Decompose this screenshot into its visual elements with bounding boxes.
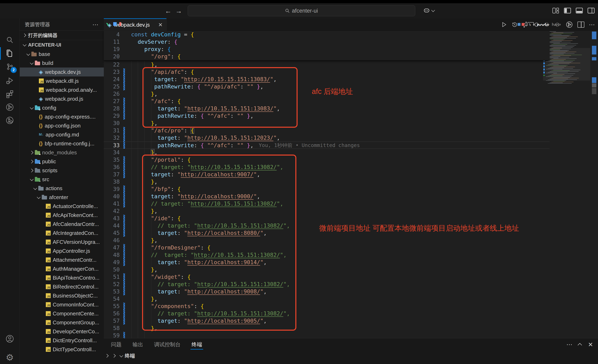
line-number: 44 [104,222,123,229]
tree-item-afcversionupgra-[interactable]: JSAFCVersionUpgra... [20,237,104,246]
line-number: 35 [104,156,123,163]
tree-item-componentcente-[interactable]: JSComponentCente... [20,309,104,318]
panel-tab-3[interactable]: 终端 [186,338,208,351]
minimap-change-marker [543,62,545,64]
tree-item-afcintegratedcon-[interactable]: JSAfcIntegratedCon... [20,229,104,237]
account-icon[interactable] [0,332,20,346]
tree-item-afcapitokencont-[interactable]: JSAfcApiTokenCont... [20,211,104,220]
project-root-section[interactable]: AFCENTER-UI [20,40,104,50]
remote-run-alt-icon[interactable] [0,114,20,127]
code-link[interactable]: http://10.15.15.151:12023/ [187,135,273,141]
remote-run-icon[interactable] [0,100,20,114]
panel-tab-2[interactable]: 调试控制台 [149,338,186,351]
minimap-line [548,38,576,38]
tree-item-scripts[interactable]: ▫scripts [20,166,104,175]
panel-more-icon[interactable]: ⋯ [566,342,573,347]
gutter-space [123,61,125,68]
tree-item-build[interactable]: build [20,59,104,67]
chevron-right-icon[interactable] [105,354,108,357]
js-file-icon: JS [46,329,51,334]
minimap-line [549,49,571,49]
search-icon[interactable] [0,33,20,47]
code-line-32[interactable]: 32 target: "http://10.15.15.151:12023/", [104,134,549,142]
sticky-line-11[interactable]: 11 devServer: { [104,38,549,46]
tree-item-authmanagercon-[interactable]: JSAuthManagerCon... [20,264,104,273]
panel-close-icon[interactable]: ✕ [588,341,593,348]
open-editors-section[interactable]: 打开的编辑器 [20,31,104,40]
tree-item-base[interactable]: base [20,50,104,59]
scrollbar-slider[interactable] [592,88,596,94]
tree-item-dicttypecontroll-[interactable]: JSDictTypeControll... [20,345,104,354]
extensions-icon[interactable] [0,87,20,101]
tree-item-app-config-md[interactable]: M↓app-config.md [20,130,104,139]
toggle-primary-sidebar-icon[interactable] [564,7,571,14]
tree-item-config[interactable]: ⚙config [20,103,104,112]
source-control-icon[interactable]: 2 [0,60,20,73]
tree-item-attachmentcontr-[interactable]: JSAttachmentContr... [20,255,104,264]
explorer-icon[interactable] [0,47,20,60]
js-file-icon: JS [46,258,51,262]
line-number: 42 [104,207,123,215]
customize-layout-icon[interactable] [552,7,559,14]
tree-item-actions[interactable]: actions [20,184,104,193]
tree-item-webpack-dll-js[interactable]: JSwebpack.dll.js [20,76,104,85]
sidebar-more-icon[interactable]: ⋯ [92,21,99,28]
tree-item-developcenterco-[interactable]: JSDevelopCenterCo... [20,327,104,336]
code-token: "^/afc" [207,142,230,148]
tree-item-actuatorcontrolle-[interactable]: JSActuatorControlle... [20,202,104,211]
tree-item-appcontroller-js[interactable]: JSAppController.js [20,246,104,255]
minimap-line [553,62,571,63]
js-file-icon: JS [46,293,51,298]
tree-item-afccalendarcontr-[interactable]: JSAfcCalendarContr... [20,220,104,229]
editor-scrollbar[interactable] [591,20,598,338]
js-file-icon: JS [46,284,51,289]
sticky-line-20[interactable]: 20 "/org": { [104,53,549,60]
tree-item-bfp-runtime-config-j-[interactable]: {}bfp-runtime-config.j... [20,139,104,148]
code-token [131,53,151,60]
minimap-line [546,65,568,66]
run-debug-icon[interactable] [0,74,20,88]
tree-item-afcenter[interactable]: afcenter [20,193,104,202]
sticky-line-4[interactable]: 4const devConfig = { [104,31,549,38]
tree-item-dictentrycontroll-[interactable]: JSDictEntryControll... [20,336,104,345]
js-file-icon: JS [39,88,44,92]
settings-gear-icon[interactable]: ⚙ [0,351,20,364]
panel-tab-1[interactable]: 输出 [127,338,149,351]
chevron-right-icon[interactable] [112,354,116,357]
code-line-33[interactable]: 33 pathRewrite: { "^/afc": "" },You, 1秒钟… [104,142,549,149]
tree-item-node-modules[interactable]: ●node_modules [20,148,104,157]
minimap-line [546,73,557,73]
nav-forward-icon[interactable]: → [175,7,183,15]
nav-back-icon[interactable]: ← [164,7,172,15]
command-center-search[interactable]: afcenter-ui [188,5,415,16]
code-line-59[interactable]: 59 [104,332,549,338]
toggle-secondary-sidebar-icon[interactable] [587,7,595,14]
line-number: 45 [104,229,123,237]
tree-item-componentgroup-[interactable]: JSComponentGroup... [20,318,104,327]
tree-item-biapitokencontro-[interactable]: JSBiApiTokenContro... [20,273,104,282]
minimap-line [549,82,563,83]
minimap-line [551,82,573,82]
webpack-file-icon: ◈ [39,70,43,74]
line-number: 30 [104,120,123,127]
copilot-menu[interactable] [423,7,434,14]
tree-item-public[interactable]: ●public [20,157,104,166]
tree-item-src[interactable]: ‹›src [20,175,104,184]
sticky-line-19[interactable]: 19 proxy: { [104,46,549,53]
panel-tab-0[interactable]: 问题 [105,338,127,351]
panel-maximize-icon[interactable] [578,343,582,347]
tree-item-webpack-dev-js[interactable]: ◈webpack.dev.js [20,67,104,76]
tree-item-businessobjectc-[interactable]: JSBusinessObjectC... [20,291,104,300]
terminal-section-toggle[interactable]: 终端 [120,352,135,359]
tree-item-biredirectcontrol-[interactable]: JSBiRedirectControl... [20,282,104,291]
tree-item-commoninfocont-[interactable]: JSCommonInfoCont... [20,300,104,309]
tree-item-app-config-json[interactable]: {}app-config.json [20,121,104,130]
toggle-panel-icon[interactable] [576,7,583,14]
tree-item-webpack-prod-analy-[interactable]: JSwebpack.prod.analy... [20,85,104,94]
tree-item-app-config-express-[interactable]: {}app-config-express.... [20,112,104,121]
minimap[interactable] [543,20,590,338]
tree-item-label: webpack.prod.js [45,96,83,102]
tree-item-webpack-prod-js[interactable]: ◈webpack.prod.js [20,94,104,103]
scrollbar-slider[interactable] [592,83,596,88]
code-line-31[interactable]: 31 "/afc/pro": { [104,127,549,134]
